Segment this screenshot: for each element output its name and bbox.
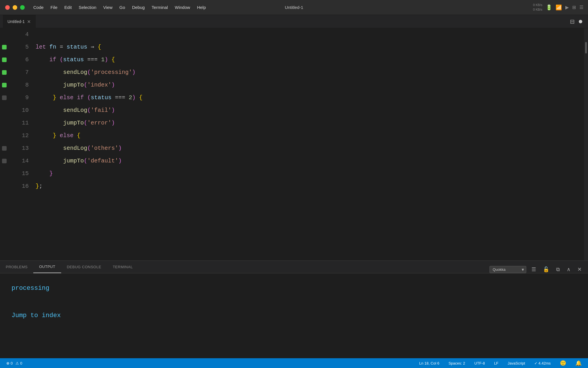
bp-14 (2, 159, 7, 163)
code-line-13: sendLog ( 'others' ) (36, 142, 584, 155)
menu-item-go[interactable]: Go (117, 4, 128, 11)
scrollbar-right[interactable] (584, 28, 588, 260)
tab-terminal[interactable]: TERMINAL (107, 260, 139, 273)
output-line-1: processing (11, 283, 577, 294)
status-line-ending[interactable]: LF (492, 361, 500, 366)
copy-icon[interactable]: ⧉ (554, 266, 562, 273)
status-bar-right: Ln 18, Col 6 Spaces: 2 UTF-8 LF JavaScri… (417, 359, 583, 367)
tab-problems[interactable]: PROBLEMS (0, 260, 33, 273)
bp-5 (2, 45, 7, 49)
code-line-16: } ; (36, 180, 584, 193)
traffic-lights (0, 5, 25, 10)
lock-icon[interactable]: 🔓 (541, 266, 551, 273)
output-source-select[interactable]: Quokka Git Extension Host (490, 266, 526, 273)
notification-icon: ☰ (579, 5, 583, 10)
code-lines[interactable]: let fn = status ⇒ { (33, 28, 584, 260)
status-notification-icon[interactable]: 🔔 (574, 359, 583, 367)
menu-item-window[interactable]: Window (172, 4, 193, 11)
breakpoints-column (0, 28, 10, 260)
editor-with-scrollbar: 4 5 6 7 8 9 10 11 12 13 14 15 16 (0, 28, 588, 260)
wifi-icon: 📶 (556, 4, 562, 11)
bp-7 (2, 70, 7, 75)
expand-icon[interactable]: ∧ (565, 266, 572, 273)
output-line-3: Jump to index (11, 310, 577, 321)
network-stats: 0 KB/s 0 KB/s (533, 3, 542, 12)
code-line-5: let fn = status ⇒ { (36, 41, 584, 53)
bp-8 (2, 83, 7, 87)
titlebar: Code File Edit Selection View Go Debug T… (0, 0, 588, 15)
clear-output-icon[interactable]: ☰ (530, 266, 538, 273)
editor-tab[interactable]: Untitled-1 ✕ (3, 15, 36, 28)
bp-6 (2, 57, 7, 62)
line-numbers: 4 5 6 7 8 9 10 11 12 13 14 15 16 (10, 28, 33, 260)
menu-item-code[interactable]: Code (30, 4, 47, 11)
warning-count: 0 (20, 361, 22, 365)
status-encoding[interactable]: UTF-8 (473, 361, 487, 366)
close-panel-icon[interactable]: ✕ (576, 266, 583, 273)
menu-item-view[interactable]: View (100, 4, 115, 11)
cast-icon: ▶ (565, 5, 569, 10)
status-line-col[interactable]: Ln 18, Col 6 (417, 361, 441, 366)
menu-item-help[interactable]: Help (194, 4, 209, 11)
tab-bar: Untitled-1 ✕ ⊟ (0, 15, 588, 28)
output-line-2 (11, 296, 577, 308)
minimize-button[interactable] (13, 5, 17, 10)
tab-debug-console[interactable]: DEBUG CONSOLE (61, 260, 107, 273)
status-bar: ⊗ 0 ⚠ 0 Ln 18, Col 6 Spaces: 2 UTF-8 LF … (0, 358, 588, 368)
controlcenter-icon: ⊞ (572, 5, 576, 10)
tab-output[interactable]: OUTPUT (33, 260, 61, 273)
panel-tabs: PROBLEMS OUTPUT DEBUG CONSOLE TERMINAL Q… (0, 261, 588, 273)
code-line-15: } (36, 167, 584, 180)
status-errors[interactable]: ⊗ 0 ⚠ 0 (5, 361, 24, 366)
menu-item-debug[interactable]: Debug (129, 4, 148, 11)
app-window: Code File Edit Selection View Go Debug T… (0, 0, 588, 368)
menu-item-file[interactable]: File (48, 4, 60, 11)
more-actions-dot[interactable] (579, 20, 582, 23)
code-line-10: sendLog ( 'fail' ) (36, 104, 584, 117)
tab-label: Untitled-1 (7, 19, 25, 24)
code-line-4 (36, 28, 584, 41)
code-line-12: } else { (36, 129, 584, 142)
editor-container: Untitled-1 ✕ ⊟ (0, 15, 588, 368)
titlebar-right: 0 KB/s 0 KB/s 🔋 📶 ▶ ⊞ ☰ (533, 3, 588, 12)
error-count: 0 (11, 361, 13, 365)
tab-close-icon[interactable]: ✕ (27, 19, 31, 24)
split-editor-icon[interactable]: ⊟ (570, 18, 575, 25)
code-line-14: jumpTo ( 'default' ) (36, 155, 584, 167)
code-area[interactable]: 4 5 6 7 8 9 10 11 12 13 14 15 16 (0, 28, 588, 260)
menu-item-edit[interactable]: Edit (61, 4, 75, 11)
status-spaces[interactable]: Spaces: 2 (447, 361, 467, 366)
scrollbar-thumb (585, 42, 587, 53)
close-button[interactable] (5, 5, 10, 10)
status-smiley-icon[interactable]: 🙂 (558, 359, 568, 367)
error-icon: ⊗ (6, 361, 9, 365)
window-title: Untitled-1 (285, 5, 303, 10)
menu-item-terminal[interactable]: Terminal (149, 4, 171, 11)
code-line-7: sendLog ( 'processing' ) (36, 66, 584, 79)
menu-bar: Code File Edit Selection View Go Debug T… (25, 4, 209, 11)
code-line-11: jumpTo ( 'error' ) (36, 117, 584, 129)
bp-9 (2, 95, 7, 100)
status-quokka[interactable]: ✓ 4.42ms (533, 361, 552, 366)
panel-tab-controls: Quokka Git Extension Host ▾ ☰ 🔓 ⧉ ∧ ✕ (490, 266, 588, 273)
code-line-9: } else if ( status === 2 (36, 91, 584, 104)
status-language[interactable]: JavaScript (506, 361, 527, 366)
battery-icon: 🔋 (546, 4, 552, 11)
editor-body: 4 5 6 7 8 9 10 11 12 13 14 15 16 (0, 28, 588, 358)
code-line-8: jumpTo ( 'index' ) (36, 79, 584, 91)
menu-item-selection[interactable]: Selection (76, 4, 99, 11)
panel-area: PROBLEMS OUTPUT DEBUG CONSOLE TERMINAL Q… (0, 260, 588, 358)
panel-content: processing Jump to index (0, 273, 588, 358)
code-line-6: if ( status === 1 ) { (36, 53, 584, 66)
maximize-button[interactable] (20, 5, 25, 10)
bp-13 (2, 146, 7, 151)
warning-icon: ⚠ (16, 361, 19, 365)
